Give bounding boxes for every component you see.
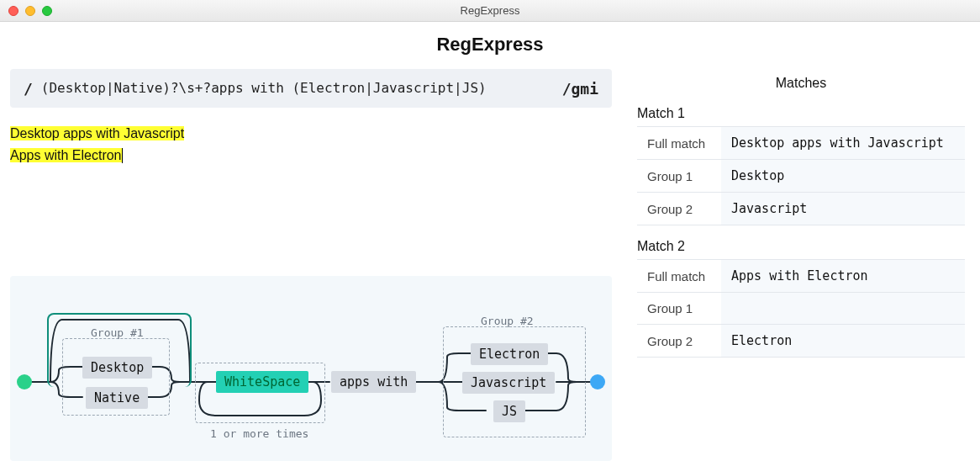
matches-panel: Matches Match 1 Full matchDesktop apps w… — [622, 69, 980, 461]
window-titlebar: RegExpress — [0, 0, 980, 22]
match-table: Full matchDesktop apps with Javascript G… — [637, 126, 965, 225]
match-value: Desktop — [721, 160, 965, 193]
match-value: Electron — [721, 325, 965, 358]
table-row: Group 1Desktop — [637, 160, 965, 193]
table-row: Group 2Javascript — [637, 193, 965, 225]
regex-flags[interactable]: /gmi — [562, 80, 598, 98]
match-block: Match 1 Full matchDesktop apps with Java… — [637, 106, 965, 225]
matches-heading: Matches — [637, 76, 965, 91]
match-table: Full matchApps with Electron Group 1 Gro… — [637, 259, 965, 358]
highlighted-match: Apps with Electron — [10, 148, 122, 162]
match-block: Match 2 Full matchApps with Electron Gro… — [637, 239, 965, 358]
group2-option: JS — [493, 400, 525, 422]
close-icon[interactable] — [8, 6, 18, 16]
regex-delimiter-open: / — [24, 80, 33, 98]
table-row: Group 2Electron — [637, 325, 965, 358]
group1-option: Desktop — [82, 357, 152, 379]
regex-input-bar[interactable]: / (Desktop|Native)?\s+?apps with (Electr… — [10, 69, 612, 108]
match-label: Group 2 — [637, 193, 721, 225]
group1-label: Group #1 — [91, 326, 144, 339]
highlighted-match: Desktop apps with Javascript — [10, 126, 184, 140]
test-string-input[interactable]: Desktop apps with Javascript Apps with E… — [10, 123, 612, 167]
group2-label: Group #2 — [481, 315, 534, 327]
regex-railroad-diagram: Group #1 Desktop Native WhiteSpace 1 or … — [10, 276, 612, 461]
match-value — [721, 293, 965, 325]
match-label: Group 2 — [637, 325, 721, 358]
table-row: Full matchApps with Electron — [637, 260, 965, 293]
zoom-icon[interactable] — [42, 6, 52, 16]
window-title: RegExpress — [0, 4, 980, 17]
regex-pattern-input[interactable]: (Desktop|Native)?\s+?apps with (Electron… — [41, 80, 554, 97]
match-value: Apps with Electron — [721, 260, 965, 293]
match-label: Full match — [637, 260, 721, 293]
repeat-note: 1 or more times — [210, 427, 308, 440]
diagram-start-icon — [17, 374, 32, 389]
diagram-end-icon — [590, 374, 605, 389]
group2-option: Electron — [471, 343, 548, 365]
group2-option: Javascript — [462, 372, 555, 394]
text-caret — [122, 148, 123, 163]
match-value: Javascript — [721, 193, 965, 225]
match-label: Full match — [637, 127, 721, 160]
match-subheading: Match 1 — [637, 106, 965, 121]
table-row: Full matchDesktop apps with Javascript — [637, 127, 965, 160]
match-label: Group 1 — [637, 293, 721, 325]
match-label: Group 1 — [637, 160, 721, 193]
group1-option: Native — [86, 387, 148, 409]
match-subheading: Match 2 — [637, 239, 965, 254]
table-row: Group 1 — [637, 293, 965, 325]
app-title: RegExpress — [0, 34, 980, 56]
literal-node: apps with — [331, 371, 416, 393]
window-controls — [8, 6, 52, 16]
whitespace-node: WhiteSpace — [216, 371, 308, 393]
minimize-icon[interactable] — [25, 6, 35, 16]
match-value: Desktop apps with Javascript — [721, 127, 965, 160]
